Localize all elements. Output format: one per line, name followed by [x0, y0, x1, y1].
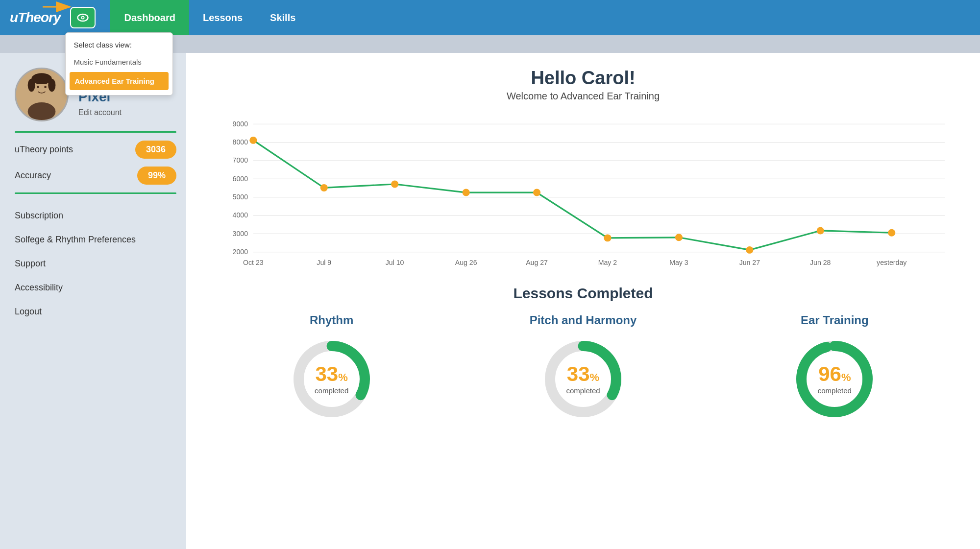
- svg-text:Jun 28: Jun 28: [810, 259, 831, 266]
- svg-text:9000: 9000: [233, 120, 248, 128]
- svg-point-12: [44, 86, 47, 88]
- donut-label-ear: completed: [818, 386, 852, 395]
- header: uTheory Select class view: Music Fundame…: [0, 0, 980, 35]
- svg-text:8000: 8000: [233, 138, 248, 146]
- chart-point-2: [391, 181, 398, 188]
- nav-lessons[interactable]: Lessons: [189, 0, 256, 35]
- stat-row-accuracy: Accuracy 99%: [15, 167, 176, 185]
- chart-point-4: [533, 189, 540, 196]
- svg-text:7000: 7000: [233, 156, 248, 164]
- svg-text:yesterday: yesterday: [877, 259, 906, 266]
- chart-point-6: [675, 234, 683, 241]
- welcome-subtitle: Welcome to Advanced Ear Training: [211, 91, 956, 102]
- menu-logout[interactable]: Logout: [15, 300, 176, 324]
- svg-point-9: [28, 79, 35, 92]
- svg-text:6000: 6000: [233, 175, 248, 183]
- lesson-card-title-rhythm: Rhythm: [310, 313, 353, 327]
- lesson-card-rhythm: Rhythm 33% completed: [211, 313, 452, 423]
- chart-point-7: [746, 246, 753, 254]
- chart-point-3: [463, 189, 470, 196]
- divider-1: [15, 131, 176, 133]
- main-nav: Dashboard Lessons Skills: [110, 0, 309, 35]
- chart-point-9: [888, 229, 895, 237]
- main-content: Hello Carol! Welcome to Advanced Ear Tra…: [186, 53, 980, 549]
- svg-text:May 3: May 3: [669, 259, 688, 266]
- lessons-title: Lessons Completed: [211, 285, 956, 302]
- points-label: uTheory points: [15, 144, 73, 155]
- svg-text:Aug 26: Aug 26: [455, 259, 477, 266]
- dropdown-item-music-fundamentals[interactable]: Music Fundamentals: [66, 53, 172, 71]
- svg-text:May 2: May 2: [598, 259, 617, 266]
- chart-container: 9000 8000 7000 6000 5000 4000 3000 2000: [211, 114, 956, 270]
- chart-point-0: [249, 137, 257, 144]
- svg-text:Jul 9: Jul 9: [317, 259, 331, 266]
- lesson-card-pitch: Pitch and Harmony 33% completed: [462, 313, 704, 423]
- donut-ear: 96% completed: [790, 335, 879, 423]
- donut-center-rhythm: 33% completed: [315, 364, 348, 395]
- chart-point-1: [320, 184, 328, 191]
- eye-button-wrapper: Select class view: Music Fundamentals Ad…: [70, 7, 96, 28]
- dropdown-item-advanced-ear-training[interactable]: Advanced Ear Training: [70, 72, 169, 90]
- avatar-image: [16, 68, 67, 120]
- nav-dashboard[interactable]: Dashboard: [110, 0, 189, 35]
- main-layout: Carol Pixel Edit account uTheory points …: [0, 53, 980, 549]
- lesson-card-title-pitch: Pitch and Harmony: [530, 313, 637, 327]
- dropdown-title: Select class view:: [66, 37, 172, 53]
- nav-skills[interactable]: Skills: [256, 0, 309, 35]
- stat-row-points: uTheory points 3036: [15, 141, 176, 159]
- svg-text:3000: 3000: [233, 230, 248, 238]
- accuracy-badge: 99%: [137, 167, 176, 185]
- chart-point-8: [817, 227, 824, 234]
- edit-account-link[interactable]: Edit account: [78, 108, 122, 117]
- svg-point-4: [82, 17, 84, 19]
- divider-2: [15, 192, 176, 194]
- lessons-grid: Rhythm 33% completed Pitch and Harmony: [211, 313, 956, 423]
- svg-text:4000: 4000: [233, 211, 248, 219]
- menu-solfege[interactable]: Solfege & Rhythm Preferences: [15, 228, 176, 252]
- lesson-card-ear: Ear Training 96% completed: [714, 313, 956, 423]
- menu-accessibility[interactable]: Accessibility: [15, 276, 176, 300]
- chart-point-5: [604, 234, 611, 241]
- donut-center-pitch: 33% completed: [566, 364, 600, 395]
- avatar: [15, 68, 69, 121]
- accuracy-label: Accuracy: [15, 170, 51, 181]
- donut-percent-ear: 96%: [818, 362, 851, 385]
- sidebar: Carol Pixel Edit account uTheory points …: [0, 53, 186, 549]
- menu-subscription[interactable]: Subscription: [15, 204, 176, 228]
- menu-support[interactable]: Support: [15, 252, 176, 276]
- donut-percent-rhythm: 33%: [316, 362, 348, 385]
- lesson-card-title-ear: Ear Training: [801, 313, 869, 327]
- svg-text:Aug 27: Aug 27: [526, 259, 548, 266]
- donut-center-ear: 96% completed: [818, 364, 852, 395]
- svg-text:Jul 10: Jul 10: [386, 259, 404, 266]
- line-chart: 9000 8000 7000 6000 5000 4000 3000 2000: [211, 114, 956, 270]
- donut-percent-pitch: 33%: [567, 362, 599, 385]
- donut-rhythm: 33% completed: [288, 335, 376, 423]
- donut-label-rhythm: completed: [315, 386, 348, 395]
- class-dropdown: Select class view: Music Fundamentals Ad…: [65, 32, 173, 95]
- greeting-title: Hello Carol!: [211, 68, 956, 89]
- svg-text:Jun 27: Jun 27: [739, 259, 760, 266]
- svg-text:5000: 5000: [233, 193, 248, 201]
- chart-line: [253, 140, 892, 250]
- svg-point-6: [28, 102, 56, 120]
- arrow-indicator: [41, 0, 80, 16]
- svg-point-11: [37, 86, 39, 88]
- sidebar-menu: Subscription Solfege & Rhythm Preference…: [15, 204, 176, 324]
- svg-text:2000: 2000: [233, 248, 248, 256]
- donut-pitch: 33% completed: [539, 335, 627, 423]
- points-badge: 3036: [135, 141, 176, 159]
- svg-point-10: [48, 79, 55, 92]
- svg-text:Oct 23: Oct 23: [243, 259, 264, 266]
- donut-label-pitch: completed: [566, 386, 600, 395]
